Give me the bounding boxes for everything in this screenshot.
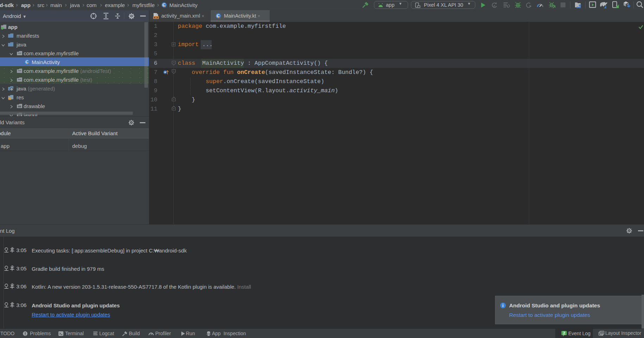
svg-text:2: 2	[563, 331, 565, 335]
svg-text:A: A	[493, 4, 496, 8]
